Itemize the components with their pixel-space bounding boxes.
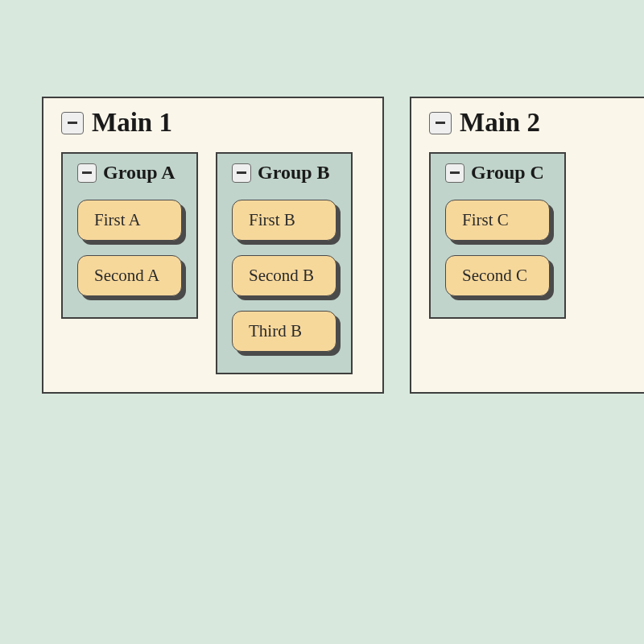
main-1-header: Main 1: [61, 108, 365, 138]
group-a-header: Group A: [77, 162, 182, 184]
group-a-title: Group A: [103, 162, 175, 184]
minus-icon: [436, 122, 445, 124]
minus-icon: [82, 171, 92, 174]
main-2-header: Main 2: [429, 108, 644, 138]
main-panel-1[interactable]: Main 1 Group A First A Second A Gr: [42, 97, 384, 394]
minus-icon: [237, 171, 246, 174]
item-second-a[interactable]: Second A: [77, 255, 182, 296]
diagram-canvas: Main 1 Group A First A Second A Gr: [42, 97, 644, 394]
group-panel-b[interactable]: Group B First B Second B Third B: [216, 152, 353, 374]
item-second-c[interactable]: Second C: [445, 255, 550, 296]
main-1-title: Main 1: [92, 108, 172, 138]
main-panel-2[interactable]: Main 2 Group C First C Second C: [410, 97, 644, 394]
collapse-toggle-main-1[interactable]: [61, 112, 84, 134]
item-first-b[interactable]: First B: [232, 200, 336, 241]
main-2-title: Main 2: [460, 108, 540, 138]
collapse-toggle-group-b[interactable]: [232, 163, 251, 183]
minus-icon: [450, 171, 460, 174]
group-c-title: Group C: [471, 162, 544, 184]
minus-icon: [68, 122, 77, 124]
group-b-header: Group B: [232, 162, 336, 184]
item-first-c[interactable]: First C: [445, 200, 550, 241]
item-third-b[interactable]: Third B: [232, 311, 336, 352]
collapse-toggle-group-a[interactable]: [77, 163, 97, 183]
group-b-title: Group B: [258, 162, 330, 184]
main-2-groups: Group C First C Second C: [429, 152, 644, 319]
main-1-groups: Group A First A Second A Group B First B…: [61, 152, 365, 374]
item-first-a[interactable]: First A: [77, 200, 182, 241]
collapse-toggle-group-c[interactable]: [445, 163, 464, 183]
group-panel-a[interactable]: Group A First A Second A: [61, 152, 198, 319]
group-panel-c[interactable]: Group C First C Second C: [429, 152, 566, 319]
group-c-header: Group C: [445, 162, 550, 184]
collapse-toggle-main-2[interactable]: [429, 112, 452, 134]
item-second-b[interactable]: Second B: [232, 255, 336, 296]
